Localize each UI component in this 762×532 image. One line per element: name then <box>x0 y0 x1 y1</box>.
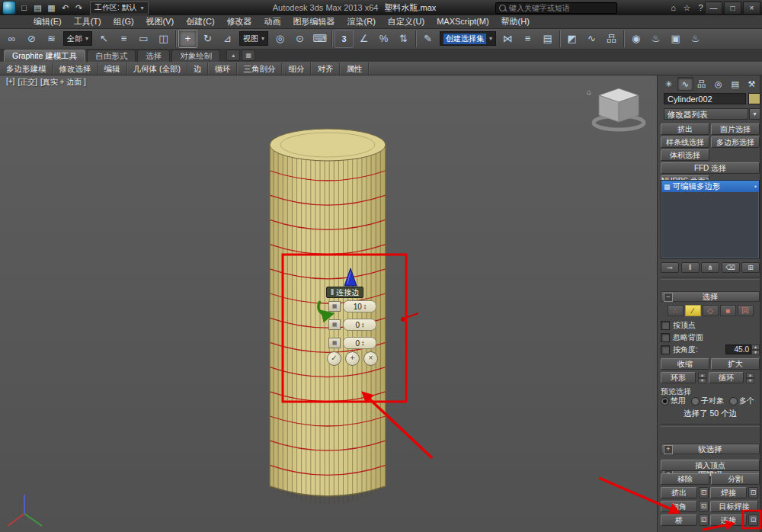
named-selection-sets-icon[interactable]: ✎ <box>418 30 437 48</box>
percent-snap-icon[interactable]: % <box>374 30 393 48</box>
viewcube[interactable]: ⌂ <box>587 88 644 130</box>
modifier-button[interactable]: 样条线选择 <box>661 136 709 148</box>
menu-item[interactable]: 动画 <box>258 15 287 28</box>
keyboard-override-icon[interactable]: ⌨ <box>310 30 329 48</box>
menu-item[interactable]: 渲染(R) <box>341 15 382 28</box>
save-file-icon[interactable]: ▦ <box>45 2 58 14</box>
select-and-manipulate-icon[interactable]: ⊙ <box>290 30 309 48</box>
spinner-icon[interactable]: ▴▾ <box>362 340 364 346</box>
border-subobject-icon[interactable]: ◇ <box>703 305 719 316</box>
select-and-scale-icon[interactable]: ⊿ <box>218 30 237 48</box>
ribbon-minimize-icon[interactable]: ▴ <box>226 50 240 61</box>
extrude-settings-button[interactable]: ⊡ <box>699 487 709 498</box>
modifier-stack[interactable]: ▦ 可编辑多边形 ▪ <box>661 180 760 259</box>
make-unique-icon[interactable]: ⋔ <box>701 262 719 273</box>
preview-option[interactable]: 子对象 <box>691 396 724 406</box>
spinner-icon[interactable]: ▴▾ <box>364 303 367 309</box>
unlink-selection-icon[interactable]: ⊘ <box>22 30 41 48</box>
ribbon-tab[interactable]: 对象绘制 <box>171 50 220 62</box>
named-selection-set-dropdown[interactable]: 创建选择集 ▾ <box>440 31 496 46</box>
preview-option[interactable]: 禁用 <box>661 396 686 406</box>
redo-icon[interactable]: ↷ <box>72 2 85 14</box>
mirror-icon[interactable]: ⋈ <box>498 30 517 48</box>
weld-settings-button[interactable]: ⊡ <box>748 487 758 498</box>
select-by-name-icon[interactable]: ≡ <box>114 30 133 48</box>
modifier-list-dropdown[interactable]: 修改器列表 <box>664 108 748 120</box>
modifier-button[interactable]: 多边形选择 <box>711 136 760 148</box>
motion-tab[interactable]: ◎ <box>710 77 726 91</box>
ribbon-tab[interactable]: Graphite 建模工具 <box>4 50 85 62</box>
ribbon-panel-label[interactable]: 几何体 (全部) <box>127 62 187 75</box>
maximize-button[interactable]: □ <box>724 2 741 14</box>
new-scene-icon[interactable]: □ <box>18 2 30 14</box>
graphite-toggle-icon[interactable]: ◩ <box>562 30 581 48</box>
selection-rollout-header[interactable]: − 选择 <box>661 291 760 302</box>
spinner-icon[interactable]: ▴▾ <box>698 373 706 383</box>
angle-snap-icon[interactable]: ∠ <box>354 30 373 48</box>
ribbon-panel-label[interactable]: 细分 <box>282 62 311 75</box>
menu-item[interactable]: 工具(T) <box>68 15 107 28</box>
render-setup-icon[interactable]: ♨ <box>646 30 665 48</box>
spinner-icon[interactable]: ▴▾ <box>751 345 760 355</box>
ribbon-panel-label[interactable]: 三角剖分 <box>237 62 282 75</box>
render-production-icon[interactable]: ♨ <box>686 30 705 48</box>
vertex-subobject-icon[interactable]: ∴ <box>668 305 684 316</box>
remove-button[interactable]: 移除 <box>661 473 709 485</box>
menu-item[interactable]: 视图(V) <box>140 15 181 28</box>
element-subobject-icon[interactable]: 回 <box>738 305 754 316</box>
bridge-button[interactable]: 桥 <box>661 514 697 526</box>
material-editor-icon[interactable]: ◉ <box>626 30 645 48</box>
chamfer-settings-button[interactable]: ⊡ <box>699 501 709 512</box>
angle-value-field[interactable]: 45.0 <box>725 345 751 354</box>
use-pivot-point-icon[interactable]: ◎ <box>271 30 290 48</box>
ribbon-panel-label[interactable]: 修改选择 <box>53 62 98 75</box>
weld-button[interactable]: 焊接 <box>710 487 747 498</box>
configure-modifier-sets-icon[interactable]: ⊞ <box>741 262 760 273</box>
remove-modifier-icon[interactable]: ⌫ <box>722 262 740 273</box>
search-box[interactable]: 键入关键字或短语 <box>495 2 617 14</box>
caddy-value-field[interactable]: 0 ▴▾ <box>343 319 376 331</box>
ribbon-panel-label[interactable]: 多边形建模 <box>0 62 53 75</box>
extrude-button[interactable]: 挤出 <box>661 487 697 498</box>
show-end-result-icon[interactable]: ‖ <box>681 262 700 273</box>
menu-item[interactable]: 自定义(U) <box>382 15 431 28</box>
chevron-down-icon[interactable]: ▾ <box>749 108 760 120</box>
undo-icon[interactable]: ↶ <box>59 2 72 14</box>
menu-item[interactable]: 组(G) <box>107 15 140 28</box>
display-tab[interactable]: ▤ <box>727 77 743 91</box>
minimize-button[interactable]: — <box>705 2 722 14</box>
modifier-button[interactable]: 挤出 <box>661 123 709 135</box>
connect-button[interactable]: 连接 <box>710 514 747 526</box>
communication-center-icon[interactable]: ⌂ <box>667 2 680 14</box>
ribbon-display-icon[interactable]: ▦ <box>242 50 255 61</box>
insert-vertex-button[interactable]: 插入顶点 <box>661 460 760 471</box>
viewport-shading-menu[interactable]: [真实 + 边面 ] <box>40 77 86 88</box>
select-and-link-icon[interactable]: ∞ <box>2 30 21 48</box>
caddy-red-handle[interactable] <box>401 313 418 322</box>
ribbon-panel-label[interactable]: 边 <box>187 62 209 75</box>
hierarchy-tab[interactable]: 品 <box>694 77 710 91</box>
ribbon-tab[interactable]: 选择 <box>137 50 170 62</box>
select-and-move-icon[interactable]: + <box>178 30 197 48</box>
ribbon-panel-label[interactable]: 属性 <box>340 62 369 75</box>
viewport-pov-menu[interactable]: [正交] <box>18 77 37 88</box>
spinner-snap-icon[interactable]: ⇅ <box>394 30 413 48</box>
align-icon[interactable]: ≡ <box>518 30 537 48</box>
polygon-subobject-icon[interactable]: ■ <box>720 305 736 316</box>
reference-coordinate-dropdown[interactable]: 视图 ▾ <box>239 31 268 46</box>
utilities-tab[interactable]: ⚒ <box>744 77 760 91</box>
app-logo-icon[interactable] <box>2 1 16 14</box>
viewcube-home-icon[interactable]: ⌂ <box>587 88 591 96</box>
ribbon-panel-label[interactable]: 对齐 <box>311 62 340 75</box>
caddy-value-field[interactable]: 10 ▴▾ <box>343 300 376 312</box>
modify-tab[interactable]: ∿ <box>677 77 693 91</box>
select-object-icon[interactable]: ↖ <box>94 30 114 48</box>
spinner-icon[interactable]: ▴▾ <box>746 373 754 383</box>
workspace-dropdown[interactable]: 工作区: 默认 ▾ <box>90 2 149 14</box>
menu-item[interactable]: MAXScript(M) <box>431 15 495 28</box>
rendered-frame-window-icon[interactable]: ▣ <box>666 30 685 48</box>
object-name-field[interactable]: Cylinder002 <box>664 93 746 104</box>
modifier-button[interactable]: 体积选择 <box>661 149 709 161</box>
by-vertex-checkbox[interactable] <box>661 321 670 330</box>
open-file-icon[interactable]: ▤ <box>31 2 44 14</box>
